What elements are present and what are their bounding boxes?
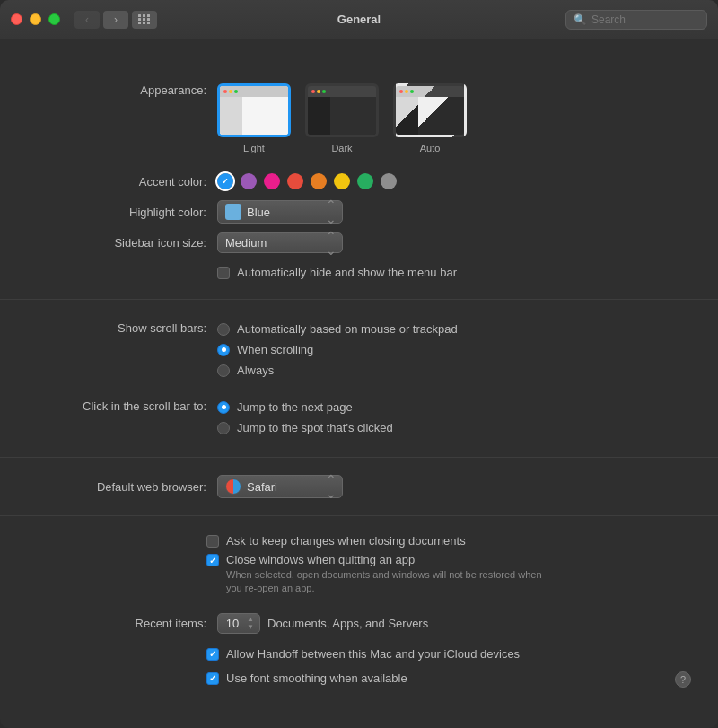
appearance-light[interactable]: Light (217, 83, 291, 153)
color-red[interactable] (287, 173, 303, 189)
grid-button[interactable] (132, 11, 157, 29)
click-next-page-row: Jump to the next page (217, 398, 393, 417)
click-next-page-label: Jump to the next page (237, 400, 353, 414)
menu-bar-checkbox-label: Automatically hide and show the menu bar (237, 266, 457, 279)
recent-items-stepper[interactable]: 10 ▲ ▼ (217, 613, 260, 634)
sidebar-icon-size-dropdown[interactable]: Medium ⌃⌄ (217, 232, 343, 253)
mini-sidebar-auto (396, 97, 418, 135)
search-input[interactable] (591, 13, 699, 26)
default-browser-value: Safari (247, 480, 277, 494)
appearance-options: Light (217, 83, 467, 153)
color-purple[interactable] (241, 173, 257, 189)
appearance-dark-label: Dark (331, 143, 352, 153)
help-button[interactable]: ? (675, 671, 691, 688)
recent-items-row: Recent items: 10 ▲ ▼ Documents, Apps, an… (0, 609, 718, 638)
appearance-thumb-auto (393, 83, 467, 137)
checkboxes-section: Ask to keep changes when closing documen… (0, 516, 718, 706)
appearance-label: Appearance: (27, 83, 206, 97)
color-blue[interactable] (217, 173, 233, 189)
highlight-color-label: Highlight color: (27, 206, 206, 219)
mini-main-auto (418, 97, 464, 135)
back-button[interactable]: ‹ (74, 11, 100, 29)
menu-bar-checkbox[interactable] (217, 267, 230, 279)
forward-button[interactable]: › (103, 11, 128, 29)
appearance-thumb-dark (305, 83, 379, 137)
mini-window-auto (396, 86, 464, 135)
scroll-auto-radio[interactable] (217, 323, 230, 336)
scroll-bars-section: Show scroll bars: Automatically based on… (0, 300, 718, 458)
window: ‹ › General 🔍 Appearance: (0, 0, 718, 728)
scroll-auto-label: Automatically based on mouse or trackpad (237, 322, 458, 336)
appearance-dark[interactable]: Dark (305, 83, 379, 153)
highlight-color-dropdown[interactable]: Blue ⌃⌄ (217, 200, 343, 224)
close-windows-row: Close windows when quitting an app (206, 553, 691, 566)
click-scroll-bar-row: Click in the scroll bar to: Jump to the … (0, 390, 718, 444)
safari-icon (225, 478, 241, 495)
ask-keep-changes-label: Ask to keep changes when closing documen… (226, 534, 466, 548)
stepper-up-arrow[interactable]: ▲ (245, 616, 256, 623)
click-spot-radio[interactable] (217, 422, 230, 434)
appearance-section: Appearance: (0, 57, 718, 300)
search-icon: 🔍 (574, 13, 587, 26)
click-scroll-bar-label: Click in the scroll bar to: (27, 398, 206, 413)
click-scroll-options: Jump to the next page Jump to the spot t… (217, 398, 393, 437)
dropdown-arrow-browser: ⌃⌄ (326, 472, 337, 501)
menu-bar-row: Automatically hide and show the menu bar (0, 258, 718, 286)
highlight-color-row: Highlight color: Blue ⌃⌄ (0, 196, 718, 228)
color-orange[interactable] (311, 173, 327, 189)
default-browser-row: Default web browser: Safari ⌃⌄ (0, 470, 718, 503)
default-browser-dropdown[interactable]: Safari ⌃⌄ (217, 475, 343, 498)
ask-keep-changes-checkbox[interactable] (206, 535, 219, 548)
font-smoothing-checkbox[interactable] (206, 672, 219, 685)
appearance-auto[interactable]: Auto (393, 83, 467, 153)
stepper-down-arrow[interactable]: ▼ (245, 624, 256, 631)
mini-window-light (220, 86, 288, 135)
show-scroll-bars-row: Show scroll bars: Automatically based on… (0, 312, 718, 387)
indented-checkboxes: Ask to keep changes when closing documen… (0, 529, 718, 601)
click-next-page-radio[interactable] (217, 401, 230, 414)
close-windows-checkbox[interactable] (206, 554, 219, 566)
menu-bar-checkbox-row: Automatically hide and show the menu bar (217, 266, 457, 279)
click-spot-label: Jump to the spot that's clicked (237, 421, 393, 434)
color-green[interactable] (357, 173, 373, 189)
color-graphite[interactable] (381, 173, 397, 189)
scroll-always-row: Always (217, 361, 458, 380)
allow-handoff-row: Allow Handoff between this Mac and your … (206, 647, 691, 661)
scroll-always-radio[interactable] (217, 364, 230, 377)
recent-items-content: 10 ▲ ▼ Documents, Apps, and Servers (217, 613, 691, 634)
content: Appearance: (0, 39, 718, 728)
accent-color-content (217, 173, 691, 189)
accent-colors (217, 173, 397, 189)
search-box[interactable]: 🔍 (565, 10, 707, 30)
allow-handoff-label: Allow Handoff between this Mac and your … (226, 647, 520, 661)
scroll-auto-row: Automatically based on mouse or trackpad (217, 320, 458, 338)
appearance-row: Appearance: (0, 70, 718, 167)
recent-items-suffix: Documents, Apps, and Servers (267, 617, 428, 630)
mini-titlebar-light (220, 86, 288, 97)
color-yellow[interactable] (334, 173, 350, 189)
show-scroll-bars-label: Show scroll bars: (27, 320, 206, 335)
dropdown-arrow-highlight: ⌃⌄ (326, 197, 337, 226)
close-windows-note: When selected, open documents and window… (206, 568, 547, 596)
titlebar: ‹ › General 🔍 (0, 0, 718, 39)
highlight-color-swatch (225, 204, 241, 220)
default-browser-section: Default web browser: Safari ⌃⌄ (0, 458, 718, 516)
minimize-button[interactable] (30, 13, 41, 25)
recent-items-label: Recent items: (27, 617, 206, 630)
scroll-always-label: Always (237, 364, 274, 377)
dropdown-arrow-sidebar: ⌃⌄ (326, 229, 337, 258)
mini-content-light (220, 97, 288, 135)
scroll-scrolling-row: When scrolling (217, 340, 458, 359)
traffic-lights (11, 13, 60, 25)
close-windows-container: Close windows when quitting an app When … (206, 553, 691, 596)
allow-handoff-checkbox[interactable] (206, 648, 219, 661)
scroll-scrolling-radio[interactable] (217, 344, 230, 356)
close-button[interactable] (11, 13, 22, 25)
sidebar-icon-size-label: Sidebar icon size: (27, 236, 206, 250)
sidebar-icon-size-row: Sidebar icon size: Medium ⌃⌄ (0, 228, 718, 258)
mini-main-light (242, 97, 288, 135)
color-pink[interactable] (264, 173, 280, 189)
ask-keep-changes-row: Ask to keep changes when closing documen… (206, 534, 691, 548)
maximize-button[interactable] (48, 13, 60, 25)
appearance-auto-label: Auto (420, 143, 441, 153)
